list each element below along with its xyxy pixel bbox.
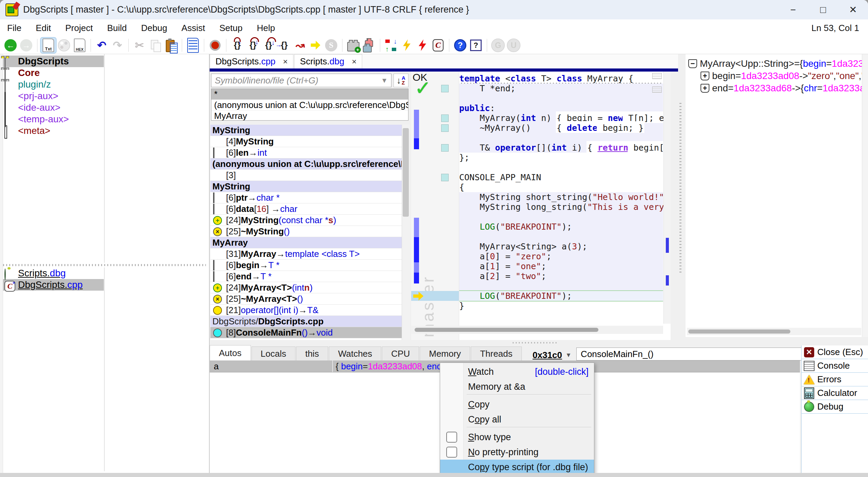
code-editor[interactable]: OK ✓ master template <class T> class MyA… — [411, 72, 671, 341]
side-button-errors[interactable]: Errors — [802, 373, 868, 386]
package-item-meta[interactable]: <meta> — [3, 125, 104, 137]
watch-tree-row[interactable]: +end=1da3233ad68->{ chr=1da3233ad68 "Fr — [701, 82, 868, 94]
menu-item-copy-all[interactable]: Copy all — [440, 412, 594, 427]
symbol-item[interactable]: [6] ptr → char * — [210, 192, 402, 203]
menu-file[interactable]: File — [0, 19, 29, 36]
symbol-search-combobox[interactable]: Symbol/lineno/file (Ctrl+G) ▼ — [211, 74, 391, 87]
package-item-Core[interactable]: Core — [3, 67, 104, 79]
symbol-item[interactable]: [3] — [210, 170, 402, 181]
step-out-button[interactable]: {}↓ — [261, 37, 276, 53]
debug-tab-autos[interactable]: Autos — [210, 345, 251, 360]
g-button[interactable]: G — [490, 37, 506, 53]
menu-debug[interactable]: Debug — [134, 19, 174, 36]
menu-assist[interactable]: Assist — [174, 19, 212, 36]
editor-hscroll-thumb[interactable] — [415, 328, 598, 332]
run-to-cursor-button[interactable]: →{} — [276, 37, 292, 53]
menu-setup[interactable]: Setup — [212, 19, 250, 36]
step-into-button[interactable]: {}↓ — [229, 37, 245, 53]
side-button-console[interactable]: Console — [802, 359, 868, 373]
compile-button[interactable]: C — [430, 37, 446, 53]
context-help-button[interactable]: ? — [468, 37, 484, 53]
editor-right-splitter[interactable] — [679, 102, 681, 273]
symbol-item[interactable]: [6] data[16] → char — [210, 203, 402, 215]
menu-item-copy[interactable]: Copy — [440, 397, 594, 412]
symbol-item[interactable]: [6] len → int — [210, 147, 402, 158]
quick-list-item[interactable]: * — [211, 89, 408, 100]
symbol-item[interactable]: [6] begin → T * — [210, 260, 402, 271]
package-item-DbgScripts[interactable]: DbgScripts — [3, 56, 104, 67]
editor-vertical-scrollbar[interactable] — [663, 72, 671, 324]
tab-close-icon[interactable]: × — [352, 57, 356, 66]
side-button-close[interactable]: ✕Close (Esc) — [802, 345, 868, 359]
u-button[interactable]: U — [506, 37, 521, 53]
symbol-item[interactable]: [21] operator[](int i) → T& — [210, 305, 402, 316]
debug-tab-cpu[interactable]: CPU — [382, 347, 419, 360]
redo-button[interactable]: ↷ — [110, 37, 125, 53]
rebuild-button[interactable] — [415, 37, 430, 53]
debug-tab-watches[interactable]: Watches — [329, 347, 381, 360]
bottom-panel-splitter[interactable] — [210, 340, 868, 345]
symbol-item[interactable]: [31] MyArray → template <class T> — [210, 248, 402, 260]
undo-button[interactable]: ↶ — [94, 37, 110, 53]
menu-item-copy-type-script-for-dbg-file-[interactable]: Copy type script (for .dbg file) — [440, 460, 594, 475]
editor-horizontal-scrollbar[interactable] — [411, 326, 663, 334]
file-pane-divider[interactable] — [104, 267, 105, 471]
fold-marker-icon[interactable] — [652, 73, 662, 79]
hex-mode-button[interactable]: HEX — [72, 37, 87, 53]
sort-az-button[interactable]: ↓ AZ — [393, 74, 408, 87]
step-over-button[interactable]: {}↓ — [245, 37, 261, 53]
watch-panel-vscrollbar[interactable] — [862, 54, 868, 337]
watch-tree-row[interactable]: −MyArray<Upp::String>={ begin=1da3233ad0… — [688, 58, 868, 70]
menu-item-memory-at-a[interactable]: Memory at &a — [440, 379, 594, 394]
add-package-button[interactable]: + — [345, 37, 361, 53]
symbol-item[interactable]: [4] MyString — [210, 136, 402, 147]
stack-frame-combobox[interactable]: ConsoleMainFn_()▼ — [574, 348, 818, 360]
symbol-item[interactable]: [8] ConsoleMainFn () → void — [210, 327, 402, 338]
minimize-button[interactable]: − — [778, 0, 808, 19]
symbol-item[interactable]: +[24] MyString(const char *s) — [210, 215, 402, 226]
navigate-forward-button[interactable]: → — [18, 37, 34, 53]
quick-list-item[interactable]: MyArray — [211, 111, 408, 121]
side-button-calculator[interactable]: Calculator — [802, 386, 868, 400]
menu-item-show-type[interactable]: Show type — [440, 430, 594, 445]
file-item-scripts.dbg[interactable]: Scripts.dbg — [3, 267, 104, 279]
left-horizontal-splitter[interactable] — [3, 264, 206, 266]
file-item-dbgscripts.cpp[interactable]: CDbgScripts.cpp — [3, 279, 104, 291]
paste-button[interactable] — [163, 37, 179, 53]
run-button[interactable] — [308, 37, 323, 53]
symbol-list-scrollbar-thumb[interactable] — [403, 128, 409, 217]
menu-item-no-pretty-printing[interactable]: No pretty-printing — [440, 445, 594, 460]
side-button-debug[interactable]: Debug — [802, 400, 868, 414]
chevron-down-icon[interactable]: ▼ — [381, 77, 391, 84]
debug-tab-threads[interactable]: Threads — [471, 347, 521, 360]
quick-list-item[interactable]: (anonymous union at C:\u\upp.src\referen… — [211, 100, 408, 111]
package-item-pluginz[interactable]: plugin/z — [3, 79, 104, 90]
help-button[interactable]: ? — [452, 37, 468, 53]
checkbox-icon[interactable] — [446, 432, 457, 443]
package-pane-divider[interactable] — [104, 54, 105, 263]
debug-tab-memory[interactable]: Memory — [420, 347, 470, 360]
symbol-item[interactable]: ×[25] ~MyArray<T>() — [210, 293, 402, 305]
symbol-item[interactable]: +[24] MyArray<T>(int n) — [210, 282, 402, 293]
checkbox-icon[interactable] — [446, 447, 457, 458]
tab-scripts.dbg[interactable]: Scripts.dbg× — [294, 54, 362, 68]
menu-edit[interactable]: Edit — [29, 19, 58, 36]
symbol-item[interactable]: ×[25] ~MyString() — [210, 226, 402, 237]
build-button[interactable] — [399, 37, 415, 53]
collapse-icon[interactable]: − — [688, 59, 697, 68]
document-button[interactable] — [185, 37, 201, 53]
menu-project[interactable]: Project — [58, 19, 100, 36]
close-button[interactable]: ✕ — [838, 0, 868, 19]
tab-close-icon[interactable]: × — [283, 57, 288, 66]
designer-mode-button[interactable] — [56, 37, 72, 53]
menu-help[interactable]: Help — [250, 19, 282, 36]
package-item-temp-aux[interactable]: <temp-aux> — [3, 113, 104, 125]
fold-marker-icon[interactable] — [652, 87, 662, 93]
packages-button[interactable] — [361, 37, 377, 53]
autos-row-name[interactable]: a — [210, 360, 333, 372]
watch-tree-row[interactable]: +begin=1da3233ad08->"zero", "one", "two"… — [701, 70, 868, 82]
menu-build[interactable]: Build — [100, 19, 134, 36]
package-item-ide-aux[interactable]: <ide-aux> — [3, 102, 104, 113]
text-mode-button[interactable]: Txt — [41, 37, 56, 53]
frame-address-dropdown[interactable]: 0x31c0▼ — [523, 350, 575, 360]
